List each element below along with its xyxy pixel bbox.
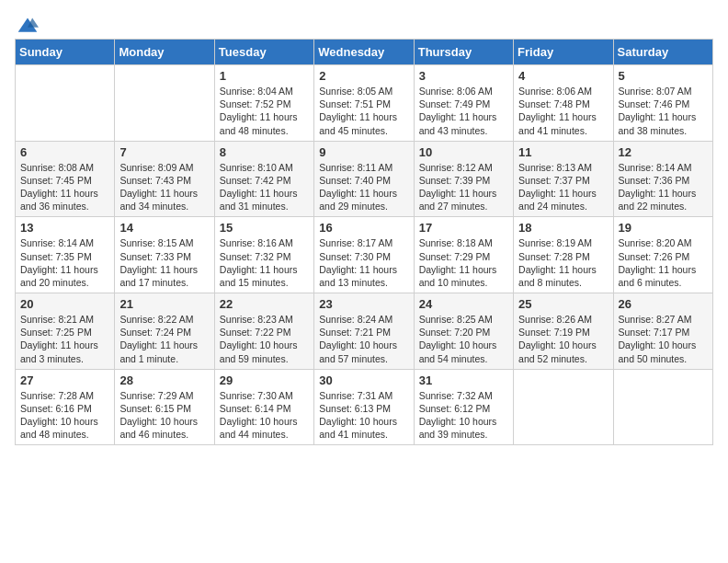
- week-row-1: 1Sunrise: 8:04 AM Sunset: 7:52 PM Daylig…: [16, 65, 713, 142]
- calendar-cell: 24Sunrise: 8:25 AM Sunset: 7:20 PM Dayli…: [414, 293, 513, 370]
- cell-text: Sunrise: 8:10 AM Sunset: 7:42 PM Dayligh…: [220, 161, 309, 213]
- cell-text: Sunrise: 8:26 AM Sunset: 7:19 PM Dayligh…: [518, 313, 608, 365]
- cell-text: Sunrise: 8:11 AM Sunset: 7:40 PM Dayligh…: [319, 161, 408, 213]
- calendar-cell: 20Sunrise: 8:21 AM Sunset: 7:25 PM Dayli…: [16, 293, 115, 370]
- day-number: 19: [619, 221, 708, 235]
- calendar-cell: 12Sunrise: 8:14 AM Sunset: 7:36 PM Dayli…: [613, 141, 712, 217]
- day-header-thursday: Thursday: [414, 40, 513, 65]
- day-number: 25: [518, 297, 608, 311]
- calendar-cell: 5Sunrise: 8:07 AM Sunset: 7:46 PM Daylig…: [613, 65, 712, 142]
- day-header-sunday: Sunday: [16, 40, 115, 65]
- day-header-saturday: Saturday: [613, 40, 712, 65]
- calendar-cell: 26Sunrise: 8:27 AM Sunset: 7:17 PM Dayli…: [613, 293, 712, 370]
- calendar-cell: 31Sunrise: 7:32 AM Sunset: 6:12 PM Dayli…: [414, 369, 513, 445]
- cell-text: Sunrise: 8:20 AM Sunset: 7:26 PM Dayligh…: [619, 236, 708, 289]
- day-number: 12: [619, 145, 708, 159]
- day-number: 2: [319, 69, 408, 83]
- calendar-cell: 25Sunrise: 8:26 AM Sunset: 7:19 PM Dayli…: [514, 293, 613, 370]
- logo: [15, 15, 39, 31]
- calendar-cell: 30Sunrise: 7:31 AM Sunset: 6:13 PM Dayli…: [314, 369, 414, 445]
- cell-text: Sunrise: 7:31 AM Sunset: 6:13 PM Dayligh…: [319, 389, 408, 442]
- week-row-2: 6Sunrise: 8:08 AM Sunset: 7:45 PM Daylig…: [16, 141, 713, 217]
- cell-text: Sunrise: 8:09 AM Sunset: 7:43 PM Dayligh…: [119, 161, 209, 213]
- calendar-cell: 11Sunrise: 8:13 AM Sunset: 7:37 PM Dayli…: [514, 141, 613, 217]
- day-number: 20: [20, 297, 109, 311]
- cell-text: Sunrise: 7:28 AM Sunset: 6:16 PM Dayligh…: [20, 389, 109, 442]
- calendar-cell: 3Sunrise: 8:06 AM Sunset: 7:49 PM Daylig…: [414, 65, 513, 142]
- week-row-5: 27Sunrise: 7:28 AM Sunset: 6:16 PM Dayli…: [16, 369, 713, 445]
- day-number: 1: [220, 69, 309, 83]
- cell-text: Sunrise: 8:06 AM Sunset: 7:48 PM Dayligh…: [518, 85, 608, 137]
- logo-icon: [17, 15, 39, 37]
- calendar-cell: 6Sunrise: 8:08 AM Sunset: 7:45 PM Daylig…: [16, 141, 115, 217]
- day-number: 30: [319, 373, 408, 387]
- day-number: 8: [220, 145, 309, 159]
- day-number: 6: [20, 145, 109, 159]
- calendar-cell: 4Sunrise: 8:06 AM Sunset: 7:48 PM Daylig…: [514, 65, 613, 142]
- calendar-cell: 2Sunrise: 8:05 AM Sunset: 7:51 PM Daylig…: [314, 65, 414, 142]
- cell-text: Sunrise: 8:12 AM Sunset: 7:39 PM Dayligh…: [419, 161, 508, 213]
- day-header-wednesday: Wednesday: [314, 40, 414, 65]
- cell-text: Sunrise: 7:30 AM Sunset: 6:14 PM Dayligh…: [220, 389, 309, 442]
- cell-text: Sunrise: 8:08 AM Sunset: 7:45 PM Dayligh…: [20, 161, 109, 213]
- header-row: SundayMondayTuesdayWednesdayThursdayFrid…: [16, 40, 713, 65]
- calendar-cell: [115, 65, 214, 142]
- calendar-cell: 21Sunrise: 8:22 AM Sunset: 7:24 PM Dayli…: [115, 293, 214, 370]
- day-number: 4: [518, 69, 608, 83]
- calendar-cell: 27Sunrise: 7:28 AM Sunset: 6:16 PM Dayli…: [16, 369, 115, 445]
- cell-text: Sunrise: 8:16 AM Sunset: 7:32 PM Dayligh…: [220, 236, 309, 289]
- calendar-cell: 14Sunrise: 8:15 AM Sunset: 7:33 PM Dayli…: [115, 217, 214, 293]
- calendar-cell: 8Sunrise: 8:10 AM Sunset: 7:42 PM Daylig…: [214, 141, 313, 217]
- calendar-table: SundayMondayTuesdayWednesdayThursdayFrid…: [15, 39, 713, 445]
- calendar-cell: [514, 369, 613, 445]
- page-header: [15, 15, 713, 31]
- cell-text: Sunrise: 8:15 AM Sunset: 7:33 PM Dayligh…: [119, 236, 209, 289]
- cell-text: Sunrise: 8:27 AM Sunset: 7:17 PM Dayligh…: [619, 313, 708, 365]
- week-row-3: 13Sunrise: 8:14 AM Sunset: 7:35 PM Dayli…: [16, 217, 713, 293]
- cell-text: Sunrise: 8:05 AM Sunset: 7:51 PM Dayligh…: [319, 85, 408, 137]
- cell-text: Sunrise: 8:22 AM Sunset: 7:24 PM Dayligh…: [119, 313, 209, 365]
- cell-text: Sunrise: 8:17 AM Sunset: 7:30 PM Dayligh…: [319, 236, 408, 289]
- day-number: 16: [319, 221, 408, 235]
- cell-text: Sunrise: 8:13 AM Sunset: 7:37 PM Dayligh…: [518, 161, 608, 213]
- cell-text: Sunrise: 7:32 AM Sunset: 6:12 PM Dayligh…: [419, 389, 508, 442]
- calendar-cell: 7Sunrise: 8:09 AM Sunset: 7:43 PM Daylig…: [115, 141, 214, 217]
- cell-text: Sunrise: 8:14 AM Sunset: 7:35 PM Dayligh…: [20, 236, 109, 289]
- calendar-cell: 16Sunrise: 8:17 AM Sunset: 7:30 PM Dayli…: [314, 217, 414, 293]
- calendar-cell: 29Sunrise: 7:30 AM Sunset: 6:14 PM Dayli…: [214, 369, 313, 445]
- day-number: 28: [119, 373, 209, 387]
- cell-text: Sunrise: 8:04 AM Sunset: 7:52 PM Dayligh…: [220, 85, 309, 137]
- day-number: 5: [619, 69, 708, 83]
- day-number: 22: [220, 297, 309, 311]
- day-number: 9: [319, 145, 408, 159]
- day-number: 31: [419, 373, 508, 387]
- week-row-4: 20Sunrise: 8:21 AM Sunset: 7:25 PM Dayli…: [16, 293, 713, 370]
- day-number: 17: [419, 221, 508, 235]
- cell-text: Sunrise: 8:24 AM Sunset: 7:21 PM Dayligh…: [319, 313, 408, 365]
- day-number: 10: [419, 145, 508, 159]
- calendar-cell: 13Sunrise: 8:14 AM Sunset: 7:35 PM Dayli…: [16, 217, 115, 293]
- calendar-cell: 19Sunrise: 8:20 AM Sunset: 7:26 PM Dayli…: [613, 217, 712, 293]
- cell-text: Sunrise: 8:07 AM Sunset: 7:46 PM Dayligh…: [619, 85, 708, 137]
- day-number: 13: [20, 221, 109, 235]
- cell-text: Sunrise: 8:23 AM Sunset: 7:22 PM Dayligh…: [220, 313, 309, 365]
- day-number: 24: [419, 297, 508, 311]
- calendar-cell: [16, 65, 115, 142]
- calendar-cell: 22Sunrise: 8:23 AM Sunset: 7:22 PM Dayli…: [214, 293, 313, 370]
- cell-text: Sunrise: 8:25 AM Sunset: 7:20 PM Dayligh…: [419, 313, 508, 365]
- day-number: 7: [119, 145, 209, 159]
- calendar-cell: 23Sunrise: 8:24 AM Sunset: 7:21 PM Dayli…: [314, 293, 414, 370]
- calendar-cell: 18Sunrise: 8:19 AM Sunset: 7:28 PM Dayli…: [514, 217, 613, 293]
- day-number: 27: [20, 373, 109, 387]
- cell-text: Sunrise: 8:18 AM Sunset: 7:29 PM Dayligh…: [419, 236, 508, 289]
- day-number: 15: [220, 221, 309, 235]
- calendar-cell: 17Sunrise: 8:18 AM Sunset: 7:29 PM Dayli…: [414, 217, 513, 293]
- day-number: 3: [419, 69, 508, 83]
- day-header-monday: Monday: [115, 40, 214, 65]
- calendar-cell: 10Sunrise: 8:12 AM Sunset: 7:39 PM Dayli…: [414, 141, 513, 217]
- calendar-cell: 1Sunrise: 8:04 AM Sunset: 7:52 PM Daylig…: [214, 65, 313, 142]
- day-number: 18: [518, 221, 608, 235]
- cell-text: Sunrise: 8:21 AM Sunset: 7:25 PM Dayligh…: [20, 313, 109, 365]
- day-number: 11: [518, 145, 608, 159]
- calendar-cell: 9Sunrise: 8:11 AM Sunset: 7:40 PM Daylig…: [314, 141, 414, 217]
